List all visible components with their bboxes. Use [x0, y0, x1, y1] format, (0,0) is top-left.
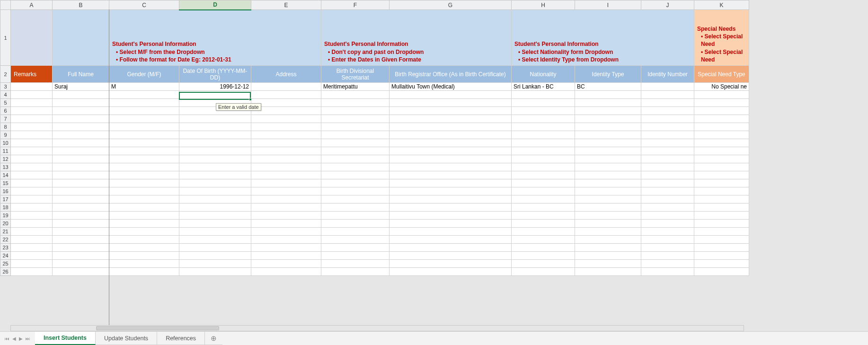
cell-I9[interactable] — [575, 131, 641, 139]
cell-C5[interactable] — [109, 99, 179, 107]
cell-E6[interactable] — [251, 107, 321, 115]
cell-F23[interactable] — [321, 244, 390, 252]
cell-B14[interactable] — [53, 171, 109, 179]
row-header-11[interactable]: 11 — [0, 147, 11, 155]
row-header-8[interactable]: 8 — [0, 123, 11, 131]
column-header-D[interactable]: D — [179, 0, 251, 10]
cell-C21[interactable] — [109, 228, 179, 236]
cell-K18[interactable] — [694, 203, 749, 212]
tab-nav-first-icon[interactable]: ⏮ — [5, 336, 9, 341]
cell-H23[interactable] — [512, 244, 575, 252]
row-header-9[interactable]: 9 — [0, 131, 11, 139]
header-birth-ds[interactable]: Birth Divisional Secretariat — [321, 66, 390, 83]
header-identity-type[interactable]: Identity Type — [575, 66, 641, 83]
cell-B10[interactable] — [53, 139, 109, 147]
cell-D10[interactable] — [179, 139, 251, 147]
cell-E4[interactable] — [251, 91, 321, 99]
cell-A11[interactable] — [11, 147, 53, 155]
cell-B23[interactable] — [53, 244, 109, 252]
cell-C10[interactable] — [109, 139, 179, 147]
cell-D20[interactable] — [179, 220, 251, 228]
cell-I12[interactable] — [575, 155, 641, 163]
row-header-24[interactable]: 24 — [0, 252, 11, 260]
cell-J12[interactable] — [641, 155, 694, 163]
cell-K12[interactable] — [694, 155, 749, 163]
scrollbar-thumb[interactable] — [96, 326, 219, 330]
cell-B7[interactable] — [53, 115, 109, 123]
cell-F21[interactable] — [321, 228, 390, 236]
cell-G22[interactable] — [390, 236, 512, 244]
cell-B21[interactable] — [53, 228, 109, 236]
cell-D26[interactable] — [179, 268, 251, 276]
cell-A17[interactable] — [11, 195, 53, 203]
cell-K3[interactable]: No Special ne — [694, 83, 749, 91]
cell-D19[interactable] — [179, 212, 251, 220]
cell-G9[interactable] — [390, 131, 512, 139]
cell-A24[interactable] — [11, 252, 53, 260]
cell-H3[interactable]: Sri Lankan - BC — [512, 83, 575, 91]
cell-A10[interactable] — [11, 139, 53, 147]
cell-K13[interactable] — [694, 163, 749, 171]
cell-C18[interactable] — [109, 203, 179, 212]
cell-E21[interactable] — [251, 228, 321, 236]
cell-H14[interactable] — [512, 171, 575, 179]
cell-A25[interactable] — [11, 260, 53, 268]
row-header-17[interactable]: 17 — [0, 195, 11, 203]
cell-E10[interactable] — [251, 139, 321, 147]
cell-K14[interactable] — [694, 171, 749, 179]
cell-C22[interactable] — [109, 236, 179, 244]
cell-D9[interactable] — [179, 131, 251, 139]
cell-D17[interactable] — [179, 195, 251, 203]
cell-A14[interactable] — [11, 171, 53, 179]
cell-C3[interactable]: M — [109, 83, 179, 91]
cell-D15[interactable] — [179, 179, 251, 187]
cell-K11[interactable] — [694, 147, 749, 155]
cell-E22[interactable] — [251, 236, 321, 244]
cell-D25[interactable] — [179, 260, 251, 268]
cell-G21[interactable] — [390, 228, 512, 236]
cell-F5[interactable] — [321, 99, 390, 107]
cell-C6[interactable] — [109, 107, 179, 115]
cell-D3[interactable]: 1996-12-12 — [179, 83, 251, 91]
cell-F12[interactable] — [321, 155, 390, 163]
cell-G5[interactable] — [390, 99, 512, 107]
cell-H26[interactable] — [512, 268, 575, 276]
cell-F26[interactable] — [321, 268, 390, 276]
cell-A5[interactable] — [11, 99, 53, 107]
cell-B1[interactable] — [53, 10, 109, 66]
cell-D8[interactable] — [179, 123, 251, 131]
cell-B19[interactable] — [53, 212, 109, 220]
cell-B6[interactable] — [53, 107, 109, 115]
cell-E26[interactable] — [251, 268, 321, 276]
cell-I24[interactable] — [575, 252, 641, 260]
instructions-group-2[interactable]: Student's Personal Information Don't cop… — [321, 10, 512, 66]
cell-H6[interactable] — [512, 107, 575, 115]
cell-K24[interactable] — [694, 252, 749, 260]
row-header-22[interactable]: 22 — [0, 236, 11, 244]
row-header-16[interactable]: 16 — [0, 187, 11, 195]
cell-D12[interactable] — [179, 155, 251, 163]
cell-G12[interactable] — [390, 155, 512, 163]
cell-J3[interactable] — [641, 83, 694, 91]
cell-E23[interactable] — [251, 244, 321, 252]
column-header-B[interactable]: B — [53, 0, 109, 10]
header-identity-number[interactable]: Identity Number — [641, 66, 694, 83]
row-header-20[interactable]: 20 — [0, 220, 11, 228]
cell-E14[interactable] — [251, 171, 321, 179]
cell-C20[interactable] — [109, 220, 179, 228]
cell-C12[interactable] — [109, 155, 179, 163]
tab-nav-next-icon[interactable]: ▶ — [19, 336, 23, 341]
cell-I22[interactable] — [575, 236, 641, 244]
cell-C16[interactable] — [109, 187, 179, 195]
cell-G14[interactable] — [390, 171, 512, 179]
column-header-F[interactable]: F — [321, 0, 390, 10]
cell-K25[interactable] — [694, 260, 749, 268]
cell-A16[interactable] — [11, 187, 53, 195]
row-header-4[interactable]: 4 — [0, 91, 11, 99]
cell-A9[interactable] — [11, 131, 53, 139]
cell-C15[interactable] — [109, 179, 179, 187]
tab-update-students[interactable]: Update Students — [96, 332, 157, 345]
cell-K16[interactable] — [694, 187, 749, 195]
cell-H13[interactable] — [512, 163, 575, 171]
cell-A12[interactable] — [11, 155, 53, 163]
